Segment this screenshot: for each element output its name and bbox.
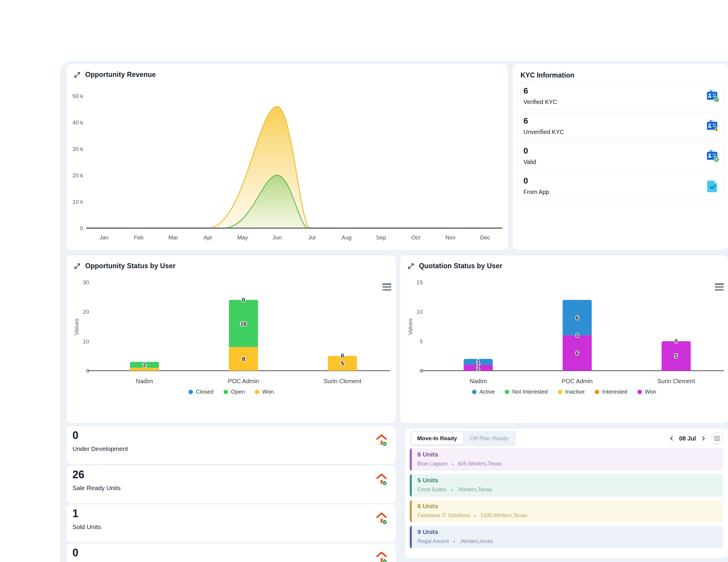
stat-card: 0 bbox=[67, 544, 396, 562]
stat-value: 0 bbox=[72, 547, 78, 559]
legend-dot-icon bbox=[472, 390, 477, 394]
stat-value: 0 bbox=[72, 429, 78, 442]
tab-move-in-ready[interactable]: Move-In Ready bbox=[411, 432, 463, 445]
svg-text:20: 20 bbox=[83, 309, 89, 315]
kyc-card-list: 6Verified KYC 6Unverified KYC 0Valid 0Fr… bbox=[517, 82, 724, 200]
svg-text:May: May bbox=[237, 234, 248, 240]
unit-project-name: Blue Lagoon bbox=[417, 461, 447, 467]
unit-row[interactable]: 9 UnitsRegal Ascent●,Winters,texas bbox=[410, 526, 723, 548]
chevron-left-icon[interactable] bbox=[669, 436, 674, 441]
card-header: Opportunity Status by User bbox=[74, 262, 175, 270]
expand-icon[interactable] bbox=[74, 262, 81, 270]
legend-dot-icon bbox=[505, 390, 509, 394]
svg-text:8: 8 bbox=[242, 356, 245, 362]
unit-subtitle: Fastwave IT Solutions●1400,Winters,Texas bbox=[417, 512, 527, 519]
panel-title: KYC Information bbox=[520, 71, 574, 79]
legend-dot-icon bbox=[224, 390, 228, 394]
svg-text:16: 16 bbox=[240, 321, 246, 327]
expand-icon[interactable] bbox=[74, 71, 81, 78]
legend-dot-icon bbox=[595, 390, 599, 394]
svg-text:0: 0 bbox=[242, 297, 245, 303]
unit-row-list: 6 UnitsBlue Lagoon●605,Winters,Texas5 Un… bbox=[410, 448, 723, 548]
svg-text:Values: Values bbox=[407, 319, 413, 335]
svg-text:Apr: Apr bbox=[204, 234, 213, 240]
unit-address: 1400,Winters,Texas bbox=[480, 512, 527, 519]
legend-item[interactable]: Active bbox=[472, 389, 495, 395]
stat-label: Under Development bbox=[72, 445, 128, 452]
card-title: Opportunity Revenue bbox=[85, 71, 156, 79]
quotation-status-chart: 051015ValuesNadimPOC AdminSurin Clement1… bbox=[400, 255, 728, 423]
svg-text:Aug: Aug bbox=[341, 234, 352, 240]
kyc-card: 6Unverified KYC bbox=[517, 112, 724, 140]
opportunity-status-chart: 0102030ValuesNadimPOC AdminSurin Clement… bbox=[67, 255, 396, 423]
svg-text:10 k: 10 k bbox=[72, 199, 83, 205]
kyc-card: 6Verified KYC bbox=[517, 82, 724, 110]
unit-project-name: Fastwave IT Solutions bbox=[417, 512, 470, 519]
tab-off-plan-ready[interactable]: Off-Plan Ready bbox=[464, 432, 515, 445]
legend-label: Won bbox=[262, 389, 274, 395]
opportunity-revenue-chart: 010 k20 k30 k40 k50 kJanFebMarAprMayJunJ… bbox=[67, 64, 508, 250]
expand-icon[interactable] bbox=[407, 262, 414, 270]
unit-row[interactable]: 5 UnitsCrest Suites●,Winters,Texas bbox=[410, 474, 723, 497]
unit-address: ,Winters,texas bbox=[459, 538, 493, 544]
legend-item[interactable]: Interested bbox=[595, 389, 627, 395]
legend-item[interactable]: Won bbox=[637, 389, 656, 395]
svg-text:0: 0 bbox=[341, 353, 344, 359]
svg-text:1: 1 bbox=[477, 365, 480, 371]
kyc-card: 0Valid bbox=[517, 142, 724, 170]
svg-text:Feb: Feb bbox=[134, 234, 144, 240]
kyc-value: 6 bbox=[523, 116, 528, 126]
unit-subtitle: Blue Lagoon●605,Winters,Texas bbox=[417, 461, 502, 467]
card-header: Opportunity Revenue bbox=[74, 71, 156, 79]
svg-text:15: 15 bbox=[417, 279, 423, 286]
svg-text:2: 2 bbox=[143, 362, 146, 368]
legend-label: Open bbox=[231, 389, 245, 395]
card-header: Quotation Status by User bbox=[407, 262, 502, 270]
svg-text:6: 6 bbox=[576, 350, 579, 356]
legend-dot-icon bbox=[637, 390, 642, 394]
dot-separator-icon: ● bbox=[474, 514, 476, 517]
svg-text:0: 0 bbox=[675, 338, 678, 344]
stat-card: 26Sale Ready Units bbox=[67, 466, 396, 503]
svg-text:POC Admin: POC Admin bbox=[562, 378, 593, 384]
svg-text:5: 5 bbox=[341, 360, 344, 367]
legend-dot-icon bbox=[255, 390, 259, 394]
legend-item[interactable]: Won bbox=[255, 389, 274, 395]
legend-item[interactable]: Open bbox=[224, 389, 245, 395]
svg-text:6: 6 bbox=[576, 315, 579, 321]
house-check-icon bbox=[375, 433, 388, 448]
chevron-right-icon[interactable] bbox=[701, 436, 706, 441]
unit-project-name: Crest Suites bbox=[417, 487, 447, 493]
svg-text:Oct: Oct bbox=[412, 234, 420, 240]
kyc-label: From App bbox=[523, 189, 549, 195]
date-label: 08 Jul bbox=[679, 435, 696, 442]
stat-label: Sale Ready Units bbox=[72, 485, 121, 492]
stat-value: 26 bbox=[72, 468, 84, 481]
stat-label: Sold Units bbox=[72, 523, 101, 531]
unit-count: 9 Units bbox=[417, 528, 438, 536]
legend-item[interactable]: Not Interested bbox=[505, 389, 547, 395]
house-check-icon bbox=[375, 512, 388, 526]
unit-row[interactable]: 6 UnitsBlue Lagoon●605,Winters,Texas bbox=[410, 448, 723, 471]
stat-value: 1 bbox=[72, 507, 78, 520]
svg-text:50 k: 50 k bbox=[72, 93, 83, 99]
unit-count: 5 Units bbox=[417, 477, 438, 484]
unit-row[interactable]: 6 UnitsFastwave IT Solutions●1400,Winter… bbox=[410, 500, 723, 523]
chart-legend: ActiveNot InterestedInactiveInterestedWo… bbox=[400, 389, 728, 395]
svg-text:30 k: 30 k bbox=[72, 146, 83, 152]
stat-card: 0Under Development bbox=[67, 426, 396, 464]
unit-address: ,Winters,Texas bbox=[457, 487, 492, 493]
id-card-check-icon bbox=[706, 89, 719, 104]
svg-text:20 k: 20 k bbox=[72, 172, 83, 178]
dot-separator-icon: ● bbox=[451, 488, 453, 492]
svg-text:Jul: Jul bbox=[308, 234, 315, 240]
dot-separator-icon: ● bbox=[453, 540, 455, 543]
unit-project-name: Regal Ascent bbox=[417, 538, 449, 544]
opportunity-revenue-card: Opportunity Revenue 010 k20 k30 k40 k50 … bbox=[67, 64, 508, 250]
legend-dot-icon bbox=[189, 390, 193, 394]
legend-item[interactable]: Closed bbox=[189, 389, 213, 395]
stat-card: 1Sold Units bbox=[67, 504, 396, 542]
calendar-icon[interactable] bbox=[711, 432, 723, 445]
svg-text:Mar: Mar bbox=[168, 234, 178, 240]
legend-item[interactable]: Inactive bbox=[558, 389, 585, 395]
